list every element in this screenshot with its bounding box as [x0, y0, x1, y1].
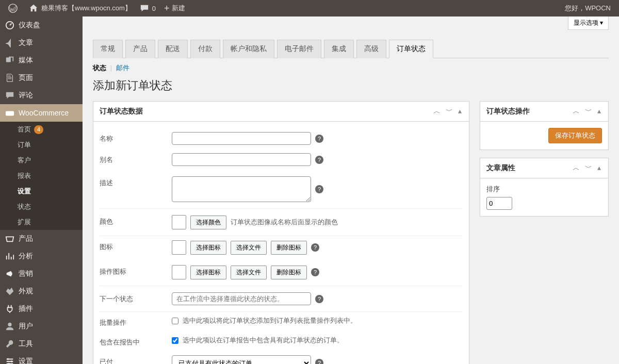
site-name: 糖果博客【www.wpocn.com】 [41, 4, 132, 13]
wp-logo[interactable] [4, 0, 25, 16]
my-account[interactable]: 您好，WPOCN [561, 0, 615, 16]
admin-toolbar: 糖果博客【www.wpocn.com】 0 +新建 您好，WPOCN [0, 0, 619, 16]
comments-link[interactable]: 0 [136, 0, 160, 16]
comment-count: 0 [152, 5, 156, 12]
site-link[interactable]: 糖果博客【www.wpocn.com】 [25, 0, 136, 16]
new-content[interactable]: +新建 [160, 0, 189, 16]
